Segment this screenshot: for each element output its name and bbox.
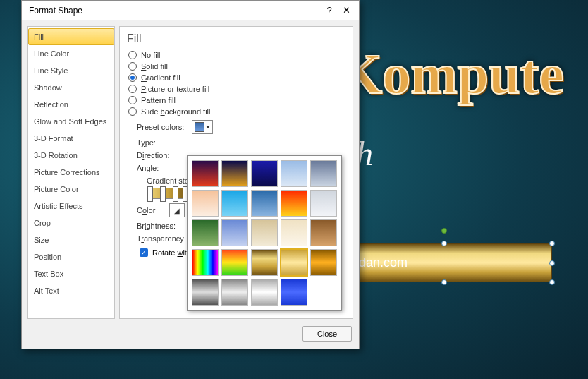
preset-swatch-18[interactable] (281, 249, 307, 276)
preset-swatch-20[interactable] (192, 279, 219, 306)
preset-swatch-13[interactable] (281, 219, 307, 246)
sidebar-item-picture-corrections[interactable]: Picture Corrections (28, 164, 114, 181)
sidebar-item-fill[interactable]: Fill (28, 28, 114, 45)
radio-pattern-fill[interactable]: Pattern fill (128, 96, 345, 104)
gradient-stop-marker[interactable] (173, 186, 178, 202)
selected-shape-text: dan.com (359, 255, 408, 270)
dialog-title: Format Shape (29, 6, 321, 16)
resize-handle-mr[interactable] (549, 260, 555, 266)
radio-icon (128, 107, 137, 116)
preset-swatch-19[interactable] (310, 249, 337, 276)
radio-label: Gradient fill (141, 73, 180, 82)
dialog-close-button[interactable]: ✕ (338, 4, 355, 18)
resize-handle-br[interactable] (549, 279, 555, 285)
bucket-icon: ◢ (174, 207, 180, 215)
sidebar-item-glow-and-soft-edges[interactable]: Glow and Soft Edges (28, 113, 114, 130)
preset-swatch-4[interactable] (310, 160, 337, 187)
gradient-stop-marker[interactable] (160, 186, 166, 202)
sidebar-item-alt-text[interactable]: Alt Text (28, 282, 114, 299)
preset-swatch-12[interactable] (251, 219, 278, 246)
type-row: Type: (137, 138, 345, 147)
angle-label: Angle: (137, 164, 188, 172)
sidebar-item-size[interactable]: Size (28, 231, 114, 248)
radio-label: Slide background fill (141, 107, 210, 116)
preset-swatch-2[interactable] (251, 160, 278, 187)
chevron-down-icon (206, 126, 210, 128)
dialog-help-button[interactable]: ? (321, 4, 338, 18)
sidebar-item-3-d-format[interactable]: 3-D Format (28, 130, 114, 147)
color-label: Color (137, 206, 165, 215)
preset-swatch-11[interactable] (221, 219, 248, 246)
direction-label: Direction: (137, 151, 188, 160)
radio-slidebg-fill[interactable]: Slide background fill (128, 107, 345, 116)
preset-swatch-22[interactable] (251, 279, 278, 306)
preset-swatch-6[interactable] (221, 190, 248, 217)
brightness-label: Brightness: (137, 222, 188, 230)
sidebar-item-line-color[interactable]: Line Color (28, 45, 114, 62)
close-button[interactable]: Close (302, 326, 352, 342)
radio-no-fill[interactable]: No fill (128, 51, 345, 59)
sidebar-item-text-box[interactable]: Text Box (28, 265, 114, 282)
preset-swatch-5[interactable] (192, 190, 219, 217)
gradient-stops-slider[interactable] (147, 188, 189, 199)
preset-colors-popup (187, 155, 342, 311)
radio-icon (128, 51, 137, 59)
sidebar-item-3-d-rotation[interactable]: 3-D Rotation (28, 147, 114, 164)
preset-swatch-17[interactable] (251, 249, 278, 276)
radio-solid-fill[interactable]: Solid fill (128, 62, 345, 71)
preset-swatch-9[interactable] (310, 190, 337, 217)
radio-picture-fill[interactable]: Picture or texture fill (128, 85, 345, 93)
radio-icon (128, 85, 137, 93)
transparency-label: Transparency (137, 234, 188, 243)
preset-swatch-21[interactable] (221, 279, 248, 306)
preset-swatch-23[interactable] (281, 279, 307, 306)
radio-gradient-fill[interactable]: Gradient fill (128, 73, 345, 82)
type-label: Type: (137, 138, 188, 147)
preset-swatch-15[interactable] (192, 249, 219, 276)
dialog-titlebar[interactable]: Format Shape ? ✕ (22, 1, 359, 20)
preset-swatch-7[interactable] (251, 190, 278, 217)
color-picker-button[interactable]: ◢ (169, 203, 185, 217)
preset-swatch-16[interactable] (221, 249, 248, 276)
radio-label: Solid fill (141, 62, 168, 71)
preset-swatch-8[interactable] (281, 190, 307, 217)
radio-icon (128, 62, 137, 71)
radio-icon (128, 73, 137, 82)
preset-swatch-0[interactable] (192, 160, 219, 187)
preset-colors-dropdown[interactable] (192, 120, 213, 134)
sidebar-item-reflection[interactable]: Reflection (28, 96, 114, 113)
sidebar-item-position[interactable]: Position (28, 248, 114, 265)
dialog-sidebar: FillLine ColorLine StyleShadowReflection… (27, 26, 115, 319)
sidebar-item-line-style[interactable]: Line Style (28, 62, 114, 79)
radio-icon (128, 96, 137, 104)
sidebar-item-artistic-effects[interactable]: Artistic Effects (28, 198, 114, 215)
preset-swatch-1[interactable] (221, 160, 248, 187)
resize-handle-tr[interactable] (549, 241, 555, 246)
checkbox-icon: ✓ (140, 248, 148, 257)
preset-swatch-icon (195, 122, 204, 132)
radio-label: Picture or texture fill (141, 85, 209, 93)
preset-swatch-10[interactable] (192, 219, 219, 246)
sidebar-item-shadow[interactable]: Shadow (28, 79, 114, 96)
preset-swatch-3[interactable] (281, 160, 307, 187)
preset-colors-label: Preset colors: (137, 123, 188, 131)
radio-label: No fill (141, 51, 161, 59)
preset-colors-row: Preset colors: (137, 120, 345, 134)
resize-handle-mt[interactable] (441, 241, 447, 246)
dialog-footer: Close (22, 322, 359, 349)
gradient-stop-marker[interactable] (147, 186, 153, 202)
rotate-handle[interactable] (441, 228, 447, 234)
fill-heading: Fill (127, 32, 345, 45)
radio-label: Pattern fill (141, 96, 176, 104)
sidebar-item-picture-color[interactable]: Picture Color (28, 181, 114, 198)
background-title: Kompute (338, 42, 564, 107)
selected-shape-goldbar[interactable]: dan.com (337, 243, 552, 282)
preset-swatch-14[interactable] (310, 219, 337, 246)
sidebar-item-crop[interactable]: Crop (28, 215, 114, 231)
resize-handle-mb[interactable] (441, 279, 447, 285)
